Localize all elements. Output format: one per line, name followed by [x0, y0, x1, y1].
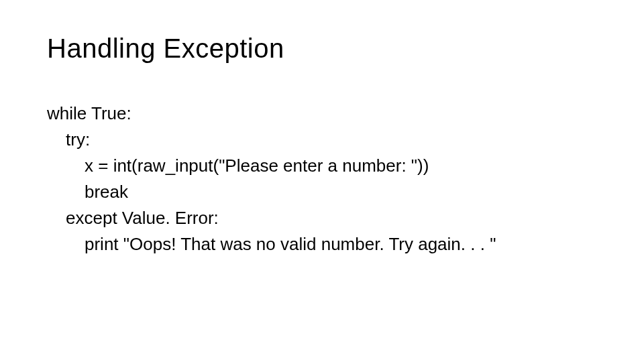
code-line-3: x = int(raw_input("Please enter a number…	[47, 153, 597, 179]
code-block: while True: try: x = int(raw_input("Plea…	[47, 101, 597, 257]
code-line-4: break	[47, 179, 597, 205]
code-line-5: except Value. Error:	[47, 205, 597, 231]
code-line-6: print "Oops! That was no valid number. T…	[47, 231, 597, 257]
slide-title: Handling Exception	[47, 34, 597, 64]
code-line-1: while True:	[47, 101, 597, 127]
code-line-2: try:	[47, 127, 597, 153]
